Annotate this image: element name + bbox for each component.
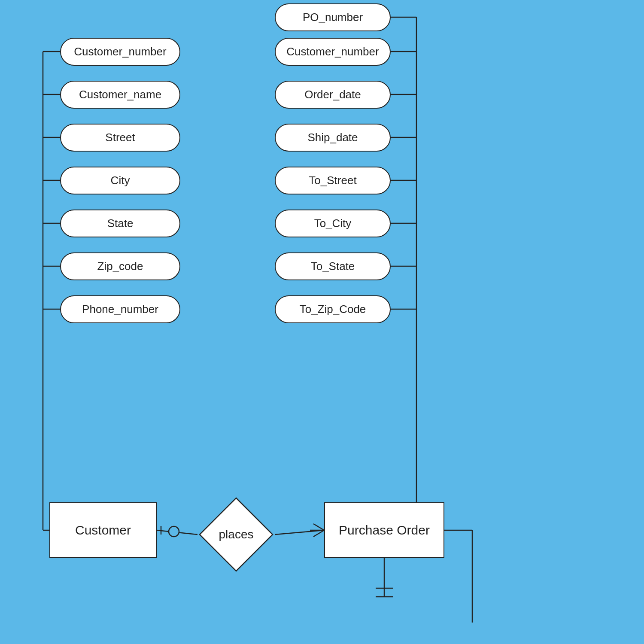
attr-phone-number: Phone_number (60, 295, 180, 323)
attr-to-state: To_State (275, 252, 391, 280)
attr-order-date: Order_date (275, 81, 391, 109)
customer-entity: Customer (49, 502, 157, 558)
attr-zip-code: Zip_code (60, 252, 180, 280)
svg-line-19 (157, 530, 197, 535)
attr-po-number: PO_number (275, 3, 391, 31)
diagram-container: Customer_number Customer_name Street Cit… (0, 0, 644, 644)
svg-line-24 (313, 530, 324, 537)
attr-ship-date: Ship_date (275, 124, 391, 152)
attr-customer-number-left: Customer_number (60, 38, 180, 66)
svg-line-23 (313, 524, 324, 530)
attr-state: State (60, 210, 180, 237)
attr-customer-name: Customer_name (60, 81, 180, 109)
attr-street: Street (60, 124, 180, 152)
purchase-order-entity: Purchase Order (324, 502, 444, 558)
attr-to-city: To_City (275, 210, 391, 237)
attr-to-zip-code: To_Zip_Code (275, 295, 391, 323)
attr-to-street: To_Street (275, 167, 391, 194)
svg-line-22 (275, 530, 324, 535)
attr-customer-number-right: Customer_number (275, 38, 391, 66)
svg-point-21 (169, 526, 179, 537)
places-diamond: places (197, 496, 275, 573)
attr-city: City (60, 167, 180, 194)
